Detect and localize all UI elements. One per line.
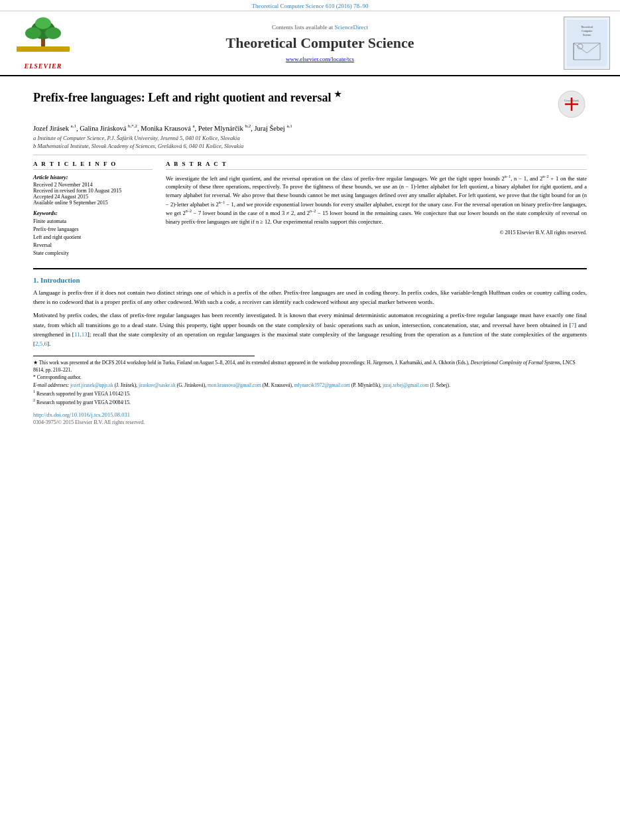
section1-title: 1. Introduction [33, 276, 587, 284]
elsevier-brand-text: ELSEVIER [25, 62, 62, 70]
main-content: Prefix-free languages: Left and right qu… [0, 76, 620, 432]
email-mlynarcik-link[interactable]: mlynarcik1972@gmail.com [294, 382, 350, 388]
history-group: Article history: Received 2 November 201… [33, 174, 153, 206]
keyword-1: Finite automata [33, 218, 153, 226]
authors-line: Jozef Jirásek a,1, Galina Jirásková b,*,… [33, 123, 587, 132]
journal-url-link[interactable]: www.elsevier.com/locate/tcs [286, 56, 354, 62]
svg-text:Science: Science [583, 33, 591, 36]
affiliation-b: b Mathematical Institute, Slovak Academy… [33, 143, 587, 149]
abstract-text: We investigate the left and right quotie… [166, 174, 587, 226]
keyword-3: Left and right quotient [33, 234, 153, 242]
footnote-emails: E-mail addresses: jozef.jirasek@upjs.sk … [33, 382, 587, 389]
abstract-heading: A B S T R A C T [166, 161, 587, 170]
history-heading: Article history: [33, 174, 153, 180]
revised-date: Received in revised form 10 August 2015 [33, 188, 153, 194]
ref256-link[interactable]: 2,5,6 [35, 340, 47, 347]
footnote-star: ★ This work was presented at the DCFS 20… [33, 359, 587, 374]
copyright-notice: © 2015 Elsevier B.V. All rights reserved… [166, 230, 587, 236]
footnote-grant1: 1 Research supported by grant VEGA 1/014… [33, 389, 587, 397]
svg-point-3 [25, 27, 41, 39]
svg-rect-0 [17, 46, 70, 52]
footnote-grant2: 2 Research supported by grant VEGA 2/008… [33, 397, 587, 406]
keywords-list: Finite automata Prefix-free languages Le… [33, 218, 153, 257]
elsevier-tree-icon [13, 17, 73, 60]
received-date: Received 2 November 2014 [33, 182, 153, 188]
article-info-heading: A R T I C L E I N F O [33, 161, 153, 170]
keyword-5: State complexity [33, 249, 153, 257]
crossmark-logo: CrossMark [557, 90, 587, 119]
footnote-corresponding: * Corresponding author. [33, 374, 587, 381]
journal-thumbnail-section: Theoretical Computer Science [560, 17, 613, 70]
footnote-divider [33, 356, 255, 356]
article-title-section: Prefix-free languages: Left and right qu… [33, 90, 587, 119]
issn-text: 0304-3975/© 2015 Elsevier B.V. All right… [33, 419, 145, 425]
journal-title: Theoretical Computer Science [226, 35, 414, 52]
section1-paragraph2: Motivated by prefix codes, the class of … [33, 311, 587, 349]
star-footnote-icon: ★ [334, 90, 341, 99]
journal-cover-thumbnail: Theoretical Computer Science [564, 17, 610, 70]
article-info-panel: A R T I C L E I N F O Article history: R… [33, 161, 153, 261]
email-krausova-link[interactable]: mon.krausova@gmail.com [208, 382, 261, 388]
svg-point-4 [45, 27, 61, 39]
article-info-abstract: A R T I C L E I N F O Article history: R… [33, 161, 587, 261]
journal-url: www.elsevier.com/locate/tcs [286, 56, 354, 62]
abstract-panel: A B S T R A C T We investigate the left … [166, 161, 587, 261]
keywords-heading: Keywords: [33, 210, 153, 216]
email-jirasek-link[interactable]: jozef.jirasek@upjs.sk [70, 382, 113, 388]
email-sebej-link[interactable]: juraj.sebej@gmail.com [383, 382, 429, 388]
journal-header: ELSEVIER Contents lists available at Sci… [0, 11, 620, 76]
affiliation-a: a Institute of Computer Science, P.J. Ša… [33, 135, 587, 141]
article-title: Prefix-free languages: Left and right qu… [33, 90, 547, 105]
sciencedirect-link[interactable]: ScienceDirect [335, 24, 368, 31]
section1-paragraph1: A language is prefix-free if it does not… [33, 288, 587, 307]
accepted-date: Accepted 24 August 2015 [33, 194, 153, 200]
header-journal-info: Contents lists available at ScienceDirec… [80, 17, 560, 70]
svg-text:Theoretical: Theoretical [581, 25, 593, 29]
keyword-4: Reversal [33, 242, 153, 249]
ref11-link[interactable]: 11,13 [74, 331, 88, 338]
header-divider [33, 155, 587, 155]
elsevier-logo-section: ELSEVIER [7, 17, 80, 70]
section-divider [33, 268, 587, 269]
email-jiraskov-link[interactable]: jiraskov@saske.sk [139, 382, 176, 388]
online-date: Available online 9 September 2015 [33, 200, 153, 206]
keyword-2: Prefix-free languages [33, 226, 153, 234]
journal-ref-text: Theoretical Computer Science 610 (2016) … [251, 3, 368, 9]
ref7-link[interactable]: 7 [571, 322, 574, 328]
svg-point-5 [35, 17, 51, 29]
journal-reference: Theoretical Computer Science 610 (2016) … [0, 0, 620, 11]
keywords-group: Keywords: Finite automata Prefix-free la… [33, 210, 153, 257]
svg-text:Computer: Computer [582, 29, 593, 33]
sciencedirect-line: Contents lists available at ScienceDirec… [272, 24, 368, 31]
doi-link[interactable]: http://dx.doi.org/10.1016/j.tcs.2015.08.… [33, 411, 130, 418]
doi-section: http://dx.doi.org/10.1016/j.tcs.2015.08.… [33, 411, 587, 425]
